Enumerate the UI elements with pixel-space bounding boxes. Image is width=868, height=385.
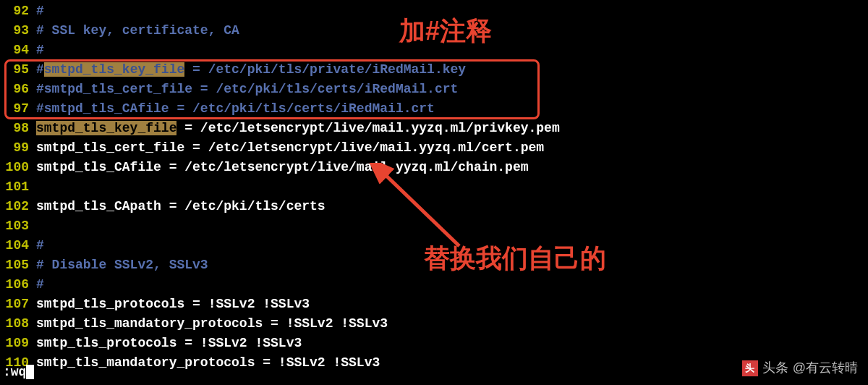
line-number: 102	[0, 197, 36, 216]
code-line: 96#smtpd_tls_cert_file = /etc/pki/tls/ce…	[0, 80, 868, 99]
annotation-add-comment: 加#注释	[399, 12, 492, 51]
code-segment: #	[36, 4, 44, 18]
code-content: #smtpd_tls_CAfile = /etc/pki/tls/certs/i…	[36, 99, 868, 119]
line-number: 99	[0, 138, 36, 158]
code-segment: smtpd_tls_key_file	[44, 62, 184, 77]
code-line: 108smtpd_tls_mandatory_protocols = !SSLv…	[0, 314, 868, 334]
watermark-user: @有云转晴	[793, 358, 858, 378]
code-segment: #	[36, 238, 44, 253]
code-segment: smtpd_tls_protocols = !SSLv2 !SSLv3	[36, 297, 310, 311]
code-segment: #	[36, 43, 44, 57]
line-number: 92	[0, 1, 36, 21]
code-content: smtpd_tls_cert_file = /etc/letsencrypt/l…	[36, 138, 868, 158]
code-content: smtpd_tls_CAfile = /etc/letsencrypt/live…	[36, 158, 868, 177]
code-segment: smtp_tls_mandatory_protocols = !SSLv2 !S…	[36, 355, 380, 370]
code-segment: smtp_tls_protocols = !SSLv2 !SSLv3	[36, 336, 302, 350]
code-content	[36, 177, 868, 197]
code-line: 103	[0, 216, 868, 236]
vim-command-line[interactable]: :wq	[3, 363, 34, 382]
line-number: 108	[0, 314, 36, 334]
line-number: 103	[0, 216, 36, 236]
code-content: smtpd_tls_protocols = !SSLv2 !SSLv3	[36, 295, 868, 314]
code-content: smtpd_tls_mandatory_protocols = !SSLv2 !…	[36, 314, 868, 334]
annotation-replace-ours: 替换我们自己的	[424, 239, 606, 278]
code-segment: smtpd_tls_key_file	[36, 121, 176, 135]
code-content: #smtpd_tls_key_file = /etc/pki/tls/priva…	[36, 60, 868, 80]
code-line: 98smtpd_tls_key_file = /etc/letsencrypt/…	[0, 119, 868, 138]
code-content: smtpd_tls_key_file = /etc/letsencrypt/li…	[36, 119, 868, 138]
line-number: 106	[0, 275, 36, 295]
watermark: 头 头条 @有云转晴	[742, 358, 858, 378]
line-number: 104	[0, 236, 36, 255]
code-line: 102smtpd_tls_CApath = /etc/pki/tls/certs	[0, 197, 868, 216]
code-line: 110smtp_tls_mandatory_protocols = !SSLv2…	[0, 353, 868, 373]
code-line: 95#smtpd_tls_key_file = /etc/pki/tls/pri…	[0, 60, 868, 80]
watermark-logo-icon: 头	[742, 360, 758, 376]
line-number: 105	[0, 255, 36, 275]
line-number: 100	[0, 158, 36, 177]
line-number: 94	[0, 41, 36, 60]
code-segment: # SSL key, certificate, CA	[36, 23, 239, 38]
code-line: 107smtpd_tls_protocols = !SSLv2 !SSLv3	[0, 295, 868, 314]
code-segment: smtpd_tls_CApath = /etc/pki/tls/certs	[36, 199, 326, 213]
code-segment: smtpd_tls_CAfile = /etc/letsencrypt/live…	[36, 160, 529, 174]
code-line: 106#	[0, 275, 868, 295]
code-line: 101	[0, 177, 868, 197]
code-segment: smtpd_tls_cert_file = /etc/letsencrypt/l…	[36, 140, 544, 155]
code-line: 99smtpd_tls_cert_file = /etc/letsencrypt…	[0, 138, 868, 158]
vim-command-text: :wq	[3, 365, 26, 379]
code-segment: #	[36, 277, 44, 292]
code-segment: smtpd_tls_mandatory_protocols = !SSLv2 !…	[36, 316, 388, 331]
code-editor[interactable]: 92#93# SSL key, certificate, CA94#95#smt…	[0, 0, 868, 374]
code-segment: #smtpd_tls_CAfile = /etc/pki/tls/certs/i…	[36, 101, 435, 116]
code-segment: = /etc/letsencrypt/live/mail.yyzq.ml/pri…	[176, 121, 559, 135]
watermark-source: 头条	[762, 358, 788, 378]
code-content: #	[36, 275, 868, 295]
code-content	[36, 216, 868, 236]
line-number: 98	[0, 119, 36, 138]
code-line: 100smtpd_tls_CAfile = /etc/letsencrypt/l…	[0, 158, 868, 177]
code-line: 109smtp_tls_protocols = !SSLv2 !SSLv3	[0, 334, 868, 353]
line-number: 95	[0, 60, 36, 80]
code-segment: = /etc/pki/tls/private/iRedMail.key	[184, 62, 466, 77]
code-line: 97#smtpd_tls_CAfile = /etc/pki/tls/certs…	[0, 99, 868, 119]
code-segment: #	[36, 62, 44, 77]
line-number: 96	[0, 80, 36, 99]
code-content: smtp_tls_protocols = !SSLv2 !SSLv3	[36, 334, 868, 353]
code-content: #smtpd_tls_cert_file = /etc/pki/tls/cert…	[36, 80, 868, 99]
line-number: 97	[0, 99, 36, 119]
line-number: 93	[0, 21, 36, 41]
line-number: 109	[0, 334, 36, 353]
code-segment: # Disable SSLv2, SSLv3	[36, 258, 208, 272]
line-number: 101	[0, 177, 36, 197]
cursor-icon	[26, 365, 34, 379]
line-number: 107	[0, 295, 36, 314]
code-segment: #smtpd_tls_cert_file = /etc/pki/tls/cert…	[36, 82, 458, 96]
code-content: smtpd_tls_CApath = /etc/pki/tls/certs	[36, 197, 868, 216]
